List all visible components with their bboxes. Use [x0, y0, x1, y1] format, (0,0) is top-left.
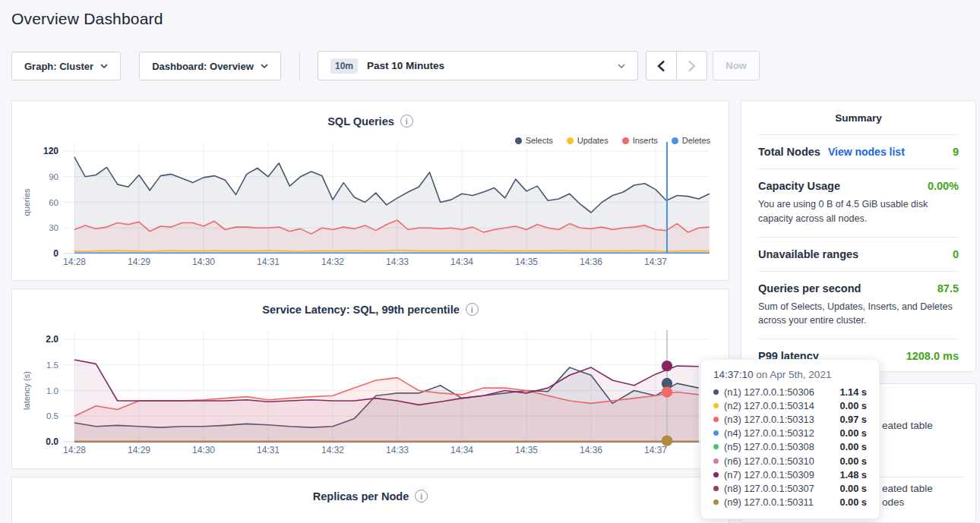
- capacity-usage-description: You are using 0 B of 4.5 GiB usable disk…: [758, 197, 959, 226]
- qps-value: 87.5: [937, 282, 959, 295]
- svg-text:2.0: 2.0: [46, 334, 58, 345]
- qps-label: Queries per second: [758, 282, 861, 295]
- node-color-dot: [713, 444, 719, 449]
- node-color-dot: [713, 389, 719, 395]
- chart-title: SQL Queries: [327, 115, 394, 128]
- event-item-fragment: eated table: [882, 420, 933, 431]
- svg-text:queries: queries: [22, 188, 31, 216]
- svg-text:14:31: 14:31: [257, 257, 280, 267]
- tooltip-node-row: (n5) 127.0.0.1:50308 0.00 s: [713, 440, 867, 454]
- service-latency-chart[interactable]: 14:2814:2914:3014:3114:3214:3314:3414:35…: [12, 289, 730, 470]
- tooltip-node-row: (n8) 127.0.0.1:50307 0.00 s: [713, 481, 867, 495]
- svg-text:14:32: 14:32: [321, 445, 344, 455]
- sql-legend: Selects Updates Inserts Deletes: [515, 136, 710, 145]
- tooltip-node-row: (n3) 127.0.0.1:50313 0.97 s: [713, 412, 867, 426]
- sql-queries-chart-panel: 14:2814:2914:3014:3114:3214:3314:3414:35…: [11, 100, 729, 281]
- legend-item[interactable]: Deletes: [672, 136, 710, 145]
- legend-item[interactable]: Selects: [515, 136, 553, 145]
- svg-text:latency (s): latency (s): [22, 371, 31, 410]
- tooltip-node-row: (n1) 127.0.0.1:50306 1.14 s: [713, 385, 867, 399]
- info-icon[interactable]: i: [400, 115, 413, 128]
- legend-dot: [672, 137, 678, 144]
- chart-title: Service Latency: SQL, 99th percentile: [262, 304, 460, 316]
- node-latency-value: 0.00 s: [839, 496, 867, 508]
- node-address: (n7) 127.0.0.1:50309: [724, 469, 814, 480]
- svg-text:14:33: 14:33: [386, 445, 409, 455]
- chevron-down-icon: [261, 64, 268, 68]
- node-address: (n8) 127.0.0.1:50307: [724, 483, 814, 494]
- svg-text:120: 120: [43, 146, 58, 156]
- node-latency-value: 0.00 s: [839, 441, 867, 452]
- tooltip-timestamp: 14:37:10 on Apr 5th, 2021: [713, 369, 867, 380]
- svg-text:0.5: 0.5: [46, 411, 58, 421]
- time-range-selector[interactable]: 10m Past 10 Minutes: [318, 51, 638, 80]
- svg-text:14:37: 14:37: [644, 257, 667, 267]
- svg-text:0: 0: [53, 248, 58, 259]
- controls-divider: [299, 52, 300, 80]
- graph-dropdown-label: Graph: Cluster: [24, 61, 93, 72]
- svg-text:60: 60: [49, 198, 58, 207]
- tooltip-node-row: (n7) 127.0.0.1:50309 1.48 s: [713, 468, 867, 481]
- summary-title: Summary: [758, 112, 959, 124]
- svg-text:90: 90: [49, 172, 58, 181]
- summary-panel: Summary Total Nodes View nodes list 9 Ca…: [741, 100, 976, 372]
- legend-label: Updates: [577, 136, 609, 145]
- capacity-usage-value: 0.00%: [928, 180, 959, 192]
- node-address: (n6) 127.0.0.1:50310: [724, 455, 814, 467]
- svg-text:14:36: 14:36: [580, 257, 602, 267]
- tooltip-node-row: (n4) 127.0.0.1:50312 0.00 s: [713, 427, 867, 440]
- view-nodes-list-link[interactable]: View nodes list: [828, 146, 905, 158]
- tooltip-time: 14:37:10: [713, 369, 754, 380]
- node-color-dot: [713, 472, 719, 477]
- svg-text:14:30: 14:30: [192, 257, 215, 267]
- node-color-dot: [713, 417, 719, 422]
- svg-text:14:29: 14:29: [128, 445, 150, 455]
- replicas-per-node-chart-panel: Replicas per Node i: [11, 477, 729, 523]
- now-button[interactable]: Now: [713, 51, 760, 80]
- chevron-down-icon: [100, 64, 108, 68]
- node-address: (n3) 127.0.0.1:50313: [724, 414, 814, 425]
- legend-dot: [515, 137, 522, 144]
- dashboard-dropdown-label: Dashboard: Overview: [152, 61, 254, 72]
- chevron-left-icon: [657, 60, 665, 72]
- chart-title: Replicas per Node: [313, 490, 409, 503]
- svg-text:14:34: 14:34: [450, 257, 473, 267]
- legend-item[interactable]: Inserts: [622, 136, 658, 145]
- graph-dropdown[interactable]: Graph: Cluster: [11, 52, 121, 80]
- svg-text:14:37: 14:37: [644, 445, 667, 455]
- svg-text:14:35: 14:35: [515, 445, 538, 455]
- capacity-usage-label: Capacity Usage: [758, 180, 840, 192]
- node-latency-value: 0.97 s: [839, 414, 867, 425]
- node-latency-value: 0.00 s: [839, 400, 867, 411]
- tooltip-node-row: (n2) 127.0.0.1:50314 0.00 s: [713, 399, 867, 412]
- svg-text:14:29: 14:29: [128, 257, 150, 267]
- node-color-dot: [713, 458, 719, 464]
- node-address: (n5) 127.0.0.1:50308: [724, 441, 814, 452]
- info-icon[interactable]: i: [466, 303, 479, 316]
- node-latency-value: 1.14 s: [839, 386, 867, 398]
- chevron-right-icon: [688, 60, 696, 72]
- svg-text:14:31: 14:31: [257, 445, 280, 455]
- node-color-dot: [713, 499, 719, 505]
- legend-item[interactable]: Updates: [567, 136, 609, 145]
- node-latency-value: 0.00 s: [839, 455, 867, 467]
- node-color-dot: [713, 403, 719, 408]
- sql-queries-chart[interactable]: 14:2814:2914:3014:3114:3214:3314:3414:35…: [12, 101, 730, 282]
- event-item-fragment: eated table: [882, 483, 933, 494]
- node-address: (n9) 127.0.0.1:50311: [724, 496, 814, 508]
- event-item-fragment: odes: [882, 496, 904, 508]
- time-forward-button[interactable]: [676, 51, 707, 80]
- qps-description: Sum of Selects, Updates, Inserts, and De…: [758, 300, 959, 329]
- node-latency-value: 1.48 s: [839, 469, 867, 480]
- legend-label: Deletes: [682, 136, 710, 145]
- time-back-button[interactable]: [646, 51, 677, 80]
- legend-label: Selects: [526, 136, 553, 145]
- node-latency-value: 0.00 s: [839, 427, 867, 439]
- info-icon[interactable]: i: [415, 490, 428, 503]
- dashboard-dropdown[interactable]: Dashboard: Overview: [139, 52, 281, 80]
- svg-text:1.5: 1.5: [46, 361, 58, 370]
- total-nodes-label: Total Nodes: [758, 146, 820, 158]
- legend-dot: [567, 137, 574, 144]
- time-range-badge: 10m: [330, 58, 358, 74]
- overview-dashboard-page: Overview Dashboard Graph: Cluster Dashbo…: [0, 0, 980, 523]
